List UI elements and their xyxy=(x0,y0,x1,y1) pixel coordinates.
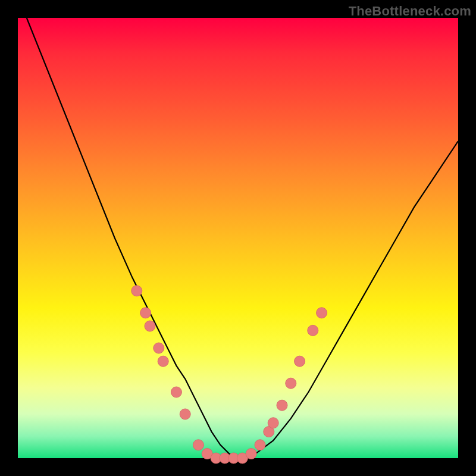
data-point-right-4 xyxy=(277,400,287,411)
data-point-left-2 xyxy=(140,308,151,318)
data-point-bottom-7 xyxy=(246,449,256,459)
data-point-right-8 xyxy=(317,308,327,318)
data-point-right-7 xyxy=(308,325,318,336)
data-point-left-5 xyxy=(158,356,168,367)
data-point-left-3 xyxy=(145,321,155,331)
bottleneck-curve-svg xyxy=(18,18,458,458)
data-points-group xyxy=(131,286,327,464)
watermark-text: TheBottleneck.com xyxy=(349,4,471,19)
data-point-right-3 xyxy=(268,418,278,428)
bottleneck-curve xyxy=(27,18,458,458)
chart-container: TheBottleneck.com xyxy=(0,0,476,476)
plot-area xyxy=(18,18,458,458)
data-point-right-6 xyxy=(295,356,305,367)
data-point-left-6 xyxy=(171,387,181,397)
data-point-left-7 xyxy=(180,409,190,419)
data-point-right-1 xyxy=(255,440,265,450)
data-point-bottom-1 xyxy=(193,440,203,450)
data-point-left-1 xyxy=(131,286,142,296)
data-point-right-5 xyxy=(286,378,296,389)
data-point-left-4 xyxy=(154,343,164,353)
